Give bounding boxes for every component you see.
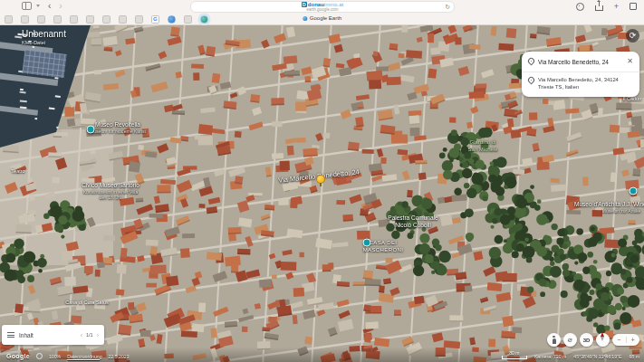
bookmark-google-icon[interactable] — [151, 15, 159, 24]
bookmark-generic-icon[interactable] — [70, 15, 78, 24]
compass-button[interactable] — [596, 333, 610, 347]
zoom-in-button[interactable]: + — [627, 335, 640, 346]
status-bar-right: 80 m Kamera: 730 m 45°38'49"N 13°46'19"E… — [502, 350, 639, 359]
map-label[interactable]: Teatro — [11, 168, 24, 174]
map-label[interactable]: Casa di Cura Salus — [65, 300, 108, 305]
attribution-link[interactable]: Datenzuordnung — [67, 354, 101, 359]
bookmark-generic-icon[interactable] — [21, 15, 29, 24]
pin-icon — [528, 58, 533, 65]
content-label: Inhalt — [19, 332, 76, 338]
bookmarks-bar: Google Earth — [0, 13, 644, 25]
sidebar-icon[interactable] — [22, 2, 32, 10]
tab-title-text: Google Earth — [310, 15, 341, 21]
project-name: Unbenannt — [22, 29, 66, 39]
pin-icon — [528, 77, 533, 84]
map-label[interactable]: Museo d'Antichità J.J. WinckelmannMuseum… — [574, 201, 644, 214]
map-label[interactable]: Giardino di San Michele — [465, 139, 501, 153]
elevation: 68 m — [629, 354, 639, 359]
orbit-icon: ⌀ — [567, 335, 574, 344]
bookmark-generic-icon[interactable] — [37, 15, 45, 24]
result-address: Via Marcello Benedetto, 24, 34124 Triest… — [538, 77, 633, 91]
search-query: Via Marcello Benedetto, 24 — [538, 59, 622, 65]
placemark-pin-icon[interactable] — [316, 175, 325, 186]
stream-progress: 100% — [49, 354, 61, 359]
page-indicator: 1/1 — [86, 332, 93, 338]
close-icon[interactable]: ✕ — [627, 58, 633, 65]
reload-icon[interactable]: ↻ — [445, 4, 450, 10]
poi-pin-icon[interactable] — [363, 239, 371, 247]
bookmark-globe-icon[interactable] — [168, 15, 176, 24]
bookmark-generic-icon[interactable] — [86, 15, 94, 24]
content-panel: Inhalt ‹ 1/1 › — [2, 325, 104, 345]
imagery-date: 22.5.2023 — [109, 354, 130, 359]
zoom-out-button[interactable]: − — [612, 335, 626, 346]
bookmark-generic-icon[interactable] — [53, 15, 62, 24]
address-bar[interactable]: Ddonauimmo.at earth.google.com ↻ — [190, 1, 455, 13]
google-logo: Google — [6, 353, 30, 359]
bookmark-icons — [5, 15, 208, 24]
reset-view-button[interactable]: ⟳ — [626, 29, 639, 43]
share-icon[interactable] — [595, 5, 603, 11]
status-bar-left: Google 100% Datenzuordnung 22.5.2023 — [6, 353, 130, 359]
project-title[interactable]: Unbenannt KML-Datei — [22, 29, 66, 45]
map-label[interactable]: Palestra Comunale Nicolò Cobolli — [387, 214, 439, 229]
earth-map: Museo RevoltellaMuseum für moderne Kunst… — [0, 25, 644, 362]
browser-toolbar: ‹ › Ddonauimmo.at earth.google.com ↻ + — [0, 0, 644, 13]
poi-pin-icon[interactable] — [87, 126, 95, 134]
coordinates: 45°38'49"N 13°46'19"E — [573, 354, 621, 359]
next-page-icon[interactable]: › — [97, 332, 99, 338]
search-result-card: Via Marcello Benedetto, 24 ✕ Via Marcell… — [522, 52, 639, 97]
active-tab[interactable]: Google Earth — [303, 15, 341, 21]
3d-toggle-button[interactable]: 3D — [580, 333, 593, 347]
progress-ring-icon — [36, 353, 43, 359]
project-subtitle: KML-Datei — [22, 40, 66, 45]
url-text: earth.google.com — [307, 8, 339, 13]
privacy-icon[interactable] — [576, 3, 584, 11]
tabs-overview-icon[interactable] — [630, 3, 637, 10]
camera-altitude: Kamera: 730 m — [534, 354, 566, 359]
forward-button[interactable]: › — [59, 2, 62, 10]
bookmark-generic-icon[interactable] — [5, 15, 13, 24]
map-label[interactable]: Civico Museo SartorioKunstmuseum in eine… — [82, 182, 139, 200]
pegman-icon — [552, 336, 557, 344]
content-menu-icon[interactable] — [7, 332, 14, 338]
bookmark-generic-icon[interactable] — [184, 15, 192, 24]
map-label[interactable]: Il Cadun — [623, 96, 642, 101]
new-tab-icon[interactable]: + — [614, 3, 619, 10]
bookmark-generic-icon[interactable] — [102, 15, 111, 24]
chevron-down-icon[interactable] — [36, 5, 40, 7]
back-button[interactable]: ‹ — [48, 2, 51, 10]
bookmark-generic-icon[interactable] — [135, 15, 143, 24]
prev-page-icon[interactable]: ‹ — [81, 332, 82, 338]
zoom-control: − + — [612, 334, 639, 346]
map-label[interactable]: Museo RevoltellaMuseum für moderne Kunst — [89, 121, 147, 134]
scale-bar: 80 m — [502, 350, 527, 359]
bookmark-generic-icon[interactable] — [119, 15, 127, 24]
search-result-item[interactable]: Via Marcello Benedetto, 24, 34124 Triest… — [522, 72, 639, 97]
poi-pin-icon[interactable] — [630, 187, 638, 195]
bookmark-earth-icon[interactable] — [200, 15, 208, 24]
earth-favicon — [303, 16, 307, 21]
orbit-button[interactable]: ⌀ — [563, 333, 577, 347]
pegman-button[interactable] — [547, 333, 561, 347]
